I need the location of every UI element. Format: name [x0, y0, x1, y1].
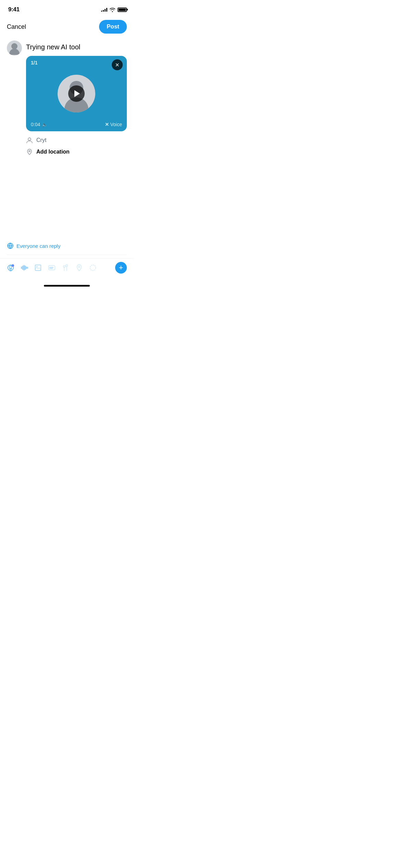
video-bottom-bar: 0:04 🔈 ✕ Voice	[31, 122, 122, 127]
play-triangle-icon	[74, 90, 80, 97]
globe-icon	[7, 242, 14, 249]
svg-rect-14	[35, 265, 41, 271]
video-duration: 0:04 🔈	[31, 122, 47, 127]
status-bar: 9:41	[0, 0, 134, 17]
poll-icon[interactable]	[62, 264, 69, 272]
svg-rect-10	[24, 265, 24, 270]
svg-point-23	[90, 265, 96, 271]
image-icon[interactable]	[34, 264, 42, 272]
svg-text:GIF: GIF	[50, 267, 53, 269]
status-time: 9:41	[8, 6, 20, 13]
location-pin-icon	[26, 148, 33, 155]
svg-point-0	[28, 138, 31, 141]
gif-icon[interactable]: GIF	[48, 264, 56, 272]
svg-point-22	[78, 266, 80, 268]
voice-text: Voice	[110, 122, 122, 127]
compose-text[interactable]: Trying new AI tool	[26, 43, 127, 51]
svg-rect-8	[21, 267, 22, 269]
volume-icon: 🔈	[42, 122, 47, 127]
svg-rect-12	[26, 267, 27, 269]
video-card: 1/1 0:04 🔈 ✕ Voice	[26, 56, 127, 131]
svg-rect-11	[25, 266, 26, 270]
avatar-person	[7, 40, 22, 56]
tag-label: Cryt	[36, 137, 46, 143]
svg-point-18	[63, 266, 65, 268]
svg-point-20	[66, 265, 68, 267]
tag-people[interactable]: Cryt	[26, 137, 127, 144]
home-indicator	[44, 285, 90, 287]
battery-icon	[118, 8, 127, 12]
location-toolbar-icon[interactable]	[75, 264, 83, 272]
cancel-button[interactable]: Cancel	[7, 22, 26, 32]
toolbar-icons: + GIF	[7, 264, 97, 272]
nav-bar: Cancel Post	[0, 17, 134, 38]
svg-text:+: +	[12, 264, 13, 267]
video-counter: 1/1	[31, 60, 37, 65]
audio-icon[interactable]: +	[7, 264, 14, 272]
svg-point-1	[29, 150, 30, 152]
avatar	[7, 40, 22, 56]
status-icons	[101, 7, 127, 12]
person-icon	[26, 137, 33, 144]
duration-text: 0:04	[31, 122, 40, 127]
compose-content: Trying new AI tool 1/1 0:04 🔈	[26, 40, 127, 155]
everyone-reply-text: Everyone can reply	[16, 243, 60, 249]
video-thumbnail	[26, 56, 127, 131]
reply-permission-bar[interactable]: Everyone can reply	[7, 242, 127, 255]
thread-icon[interactable]	[89, 264, 97, 272]
add-button[interactable]	[115, 262, 127, 274]
post-button[interactable]: Post	[99, 20, 127, 34]
svg-point-15	[36, 266, 37, 267]
avatar-body	[9, 49, 20, 55]
waveform-icon[interactable]	[21, 264, 28, 272]
bottom-toolbar: + GIF	[0, 258, 134, 277]
svg-rect-9	[23, 266, 23, 270]
x-logo: ✕	[105, 122, 109, 127]
add-location[interactable]: Add location	[26, 148, 127, 155]
signal-icon	[101, 8, 107, 12]
add-location-label: Add location	[36, 149, 70, 155]
compose-area: Trying new AI tool 1/1 0:04 🔈	[0, 38, 134, 155]
svg-rect-13	[27, 267, 28, 268]
video-close-button[interactable]	[112, 59, 123, 70]
play-button[interactable]	[68, 85, 85, 102]
wifi-icon	[109, 7, 116, 12]
x-voice-label: ✕ Voice	[105, 122, 122, 127]
